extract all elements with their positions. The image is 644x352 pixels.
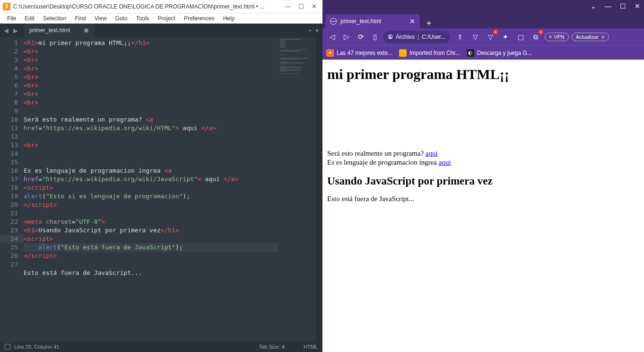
addr-path: C:/User... <box>422 34 445 40</box>
browser-window: ⌄ — ☐ ✕ primer_text.html ✕ ＋ ◁ ▷ ⟳ ▯ ① A… <box>322 0 644 352</box>
dropdown-icon[interactable]: ⌄ <box>591 2 596 10</box>
minimize-button[interactable]: — <box>285 3 291 10</box>
tab-bar: ◀ ▶ primer_text.html + ▾ <box>0 24 322 37</box>
page-subheading: Usando JavaScript por primera vez <box>327 175 639 187</box>
addr-scheme: Archivo <box>396 34 415 40</box>
bookmark-item[interactable]: ✦Las 47 mejores exte... <box>326 49 392 57</box>
code-editor[interactable]: <h1>mi primer programa HTML¡¡</h1> <br> … <box>24 37 278 342</box>
close-button[interactable]: ✕ <box>635 2 640 10</box>
share-icon[interactable]: ⇪ <box>454 31 466 43</box>
unsaved-dot-icon <box>84 28 88 33</box>
bookmark-icon: ✦ <box>326 49 334 57</box>
status-syntax[interactable]: HTML <box>304 344 318 350</box>
brave-shield-icon[interactable]: ▽ <box>469 31 481 43</box>
nav-forward-icon[interactable]: ▶ <box>11 26 20 35</box>
nav-back-icon[interactable]: ◀ <box>2 26 10 35</box>
browser-titlebar[interactable]: ⌄ — ☐ ✕ <box>322 0 644 12</box>
bookmark-item[interactable]: Imported from Chr... <box>399 49 460 57</box>
window-title: C:\Users\user\Desktop\CURSO ORACLE ONE\L… <box>13 3 285 10</box>
status-panel-icon[interactable] <box>5 344 10 350</box>
menu-bar: File Edit Selection Find View Goto Tools… <box>0 13 322 24</box>
warning-icon: ① <box>388 34 393 40</box>
file-tab[interactable]: primer_text.html <box>24 24 94 37</box>
status-tabsize[interactable]: Tab Size: 4 <box>259 344 285 350</box>
page-paragraph: Esto está fuera de JavaScript... <box>327 195 639 203</box>
browser-tab-strip: primer_text.html ✕ ＋ <box>322 12 644 28</box>
address-bar[interactable]: ① Archivo | C:/User... <box>383 31 450 43</box>
rewards-icon[interactable]: ▽ <box>484 31 496 43</box>
page-heading: mi primer programa HTML¡¡ <box>327 66 639 82</box>
tab-title: primer_text.html <box>340 18 381 25</box>
minimap[interactable] <box>278 37 316 342</box>
menu-view[interactable]: View <box>90 15 111 22</box>
menu-preferences[interactable]: Preferences <box>180 15 219 22</box>
bookmark-icon: ◐ <box>467 49 474 57</box>
maximize-button[interactable]: ☐ <box>620 2 626 10</box>
status-bar: Line 25, Column 41 Tab Size: 4 HTML <box>0 342 322 352</box>
folder-icon <box>399 49 407 57</box>
menu-find[interactable]: Find <box>70 15 90 22</box>
title-bar[interactable]: S C:\Users\user\Desktop\CURSO ORACLE ONE… <box>0 0 322 13</box>
page-paragraph: Es es lenguaje de programacion ingrea aq… <box>327 158 639 167</box>
sublime-window: S C:\Users\user\Desktop\CURSO ORACLE ONE… <box>0 0 322 352</box>
menu-project[interactable]: Project <box>154 15 180 22</box>
bookmark-item[interactable]: ◐Descarga y juega G... <box>467 49 532 57</box>
tab-label: primer_text.html <box>29 27 70 34</box>
globe-icon <box>330 18 337 25</box>
browser-tab[interactable]: primer_text.html ✕ <box>325 14 420 28</box>
status-position[interactable]: Line 25, Column 41 <box>14 344 59 350</box>
sidebar-icon[interactable]: ▢ <box>514 31 527 43</box>
line-gutter[interactable]: 1234567891011121314151617181920212223242… <box>0 37 24 342</box>
page-content: mi primer programa HTML¡¡ Será esto real… <box>322 60 644 352</box>
menu-file[interactable]: File <box>3 15 20 22</box>
maximize-button[interactable]: ☐ <box>298 3 304 10</box>
new-tab-button[interactable]: ＋ <box>420 17 438 28</box>
reload-button[interactable]: ⟳ <box>355 31 367 43</box>
menu-help[interactable]: Help <box>219 15 239 22</box>
menu-edit[interactable]: Edit <box>20 15 39 22</box>
menu-tools[interactable]: Tools <box>132 15 154 22</box>
close-button[interactable]: ✕ <box>312 3 317 10</box>
link-aqui[interactable]: aqui <box>426 150 438 157</box>
browser-toolbar: ◁ ▷ ⟳ ▯ ① Archivo | C:/User... ⇪ ▽ ▽ ✦ ▢… <box>322 28 644 45</box>
tab-dropdown-icon[interactable]: ▾ <box>315 27 319 34</box>
update-button[interactable]: Actualizar≡ <box>572 33 609 41</box>
bookmark-button[interactable]: ▯ <box>369 31 381 43</box>
minimize-button[interactable]: — <box>605 2 611 10</box>
menu-selection[interactable]: Selection <box>39 15 70 22</box>
page-paragraph: Será esto realmente un programa? aqui <box>327 150 639 158</box>
back-button[interactable]: ◁ <box>326 31 339 43</box>
menu-goto[interactable]: Goto <box>111 15 132 22</box>
bookmarks-bar: ✦Las 47 mejores exte... Imported from Ch… <box>322 45 644 60</box>
vpn-button[interactable]: VPN <box>545 33 569 41</box>
scrollbar[interactable] <box>316 37 322 342</box>
link-aqui[interactable]: aqui <box>439 158 451 166</box>
extensions-icon[interactable]: ✦ <box>499 31 512 43</box>
tab-close-icon[interactable]: ✕ <box>409 18 415 25</box>
pip-icon[interactable]: ⧉ <box>530 31 542 43</box>
sublime-logo-icon: S <box>3 3 10 10</box>
new-tab-button[interactable]: + <box>308 27 312 34</box>
forward-button[interactable]: ▷ <box>340 31 353 43</box>
